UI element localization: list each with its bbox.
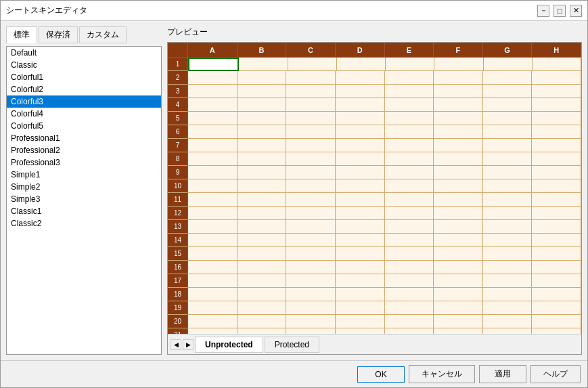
cell-1-6[interactable] (484, 58, 533, 71)
cancel-button[interactable]: キャンセル (409, 365, 475, 383)
cell-19-6[interactable] (483, 301, 533, 315)
cell-19-5[interactable] (434, 301, 483, 315)
cell-21-0[interactable] (188, 328, 238, 334)
cell-17-1[interactable] (238, 274, 287, 288)
cell-21-2[interactable] (286, 328, 336, 334)
nav-prev-button[interactable]: ◀ (171, 339, 181, 350)
cell-15-3[interactable] (336, 247, 385, 261)
cell-14-6[interactable] (483, 234, 533, 247)
cell-14-3[interactable] (336, 234, 385, 247)
cell-9-1[interactable] (238, 166, 287, 179)
cell-1-4[interactable] (386, 58, 434, 71)
cell-11-4[interactable] (385, 193, 434, 207)
cell-4-7[interactable] (532, 98, 581, 112)
list-item[interactable]: Professional2 (7, 144, 161, 156)
cell-1-7[interactable] (533, 58, 581, 71)
cell-6-1[interactable] (238, 125, 287, 139)
cell-14-4[interactable] (385, 234, 434, 247)
cell-10-5[interactable] (434, 179, 483, 193)
cell-10-6[interactable] (483, 179, 533, 193)
cell-12-1[interactable] (238, 207, 287, 220)
cell-7-3[interactable] (336, 139, 385, 152)
cell-1-5[interactable] (434, 58, 483, 71)
cell-13-1[interactable] (238, 220, 287, 234)
cell-9-3[interactable] (336, 166, 385, 179)
cell-6-0[interactable] (188, 125, 238, 139)
cell-20-3[interactable] (336, 315, 385, 328)
cell-9-0[interactable] (188, 166, 238, 179)
cell-9-5[interactable] (434, 166, 483, 179)
cell-15-7[interactable] (532, 247, 581, 261)
cell-9-4[interactable] (385, 166, 434, 179)
cell-17-4[interactable] (385, 274, 434, 288)
cell-21-4[interactable] (385, 328, 434, 334)
cell-10-1[interactable] (238, 179, 287, 193)
cell-1-2[interactable] (288, 58, 337, 71)
tab-2[interactable]: カスタム (79, 26, 127, 43)
cell-6-4[interactable] (385, 125, 434, 139)
cell-5-1[interactable] (238, 112, 287, 125)
cell-3-5[interactable] (434, 85, 483, 98)
cell-20-5[interactable] (434, 315, 483, 328)
cell-13-4[interactable] (385, 220, 434, 234)
cell-17-0[interactable] (188, 274, 238, 288)
cell-18-5[interactable] (434, 288, 483, 301)
cell-7-0[interactable] (188, 139, 238, 152)
cell-20-0[interactable] (188, 315, 238, 328)
cell-17-6[interactable] (483, 274, 533, 288)
list-item[interactable]: Colorful4 (7, 108, 161, 120)
cell-10-2[interactable] (286, 179, 336, 193)
cell-15-5[interactable] (434, 247, 483, 261)
cell-18-4[interactable] (385, 288, 434, 301)
cell-16-1[interactable] (238, 261, 287, 274)
cell-12-6[interactable] (483, 207, 533, 220)
cell-1-1[interactable] (239, 58, 288, 71)
cell-4-1[interactable] (238, 98, 287, 112)
cell-14-7[interactable] (532, 234, 581, 247)
list-item[interactable]: Colorful3 (7, 95, 161, 108)
cell-2-5[interactable] (434, 71, 483, 85)
cell-7-2[interactable] (286, 139, 336, 152)
cell-9-2[interactable] (286, 166, 336, 179)
cell-11-5[interactable] (434, 193, 483, 207)
cell-11-1[interactable] (238, 193, 287, 207)
cell-2-6[interactable] (483, 71, 533, 85)
cell-1-3[interactable] (337, 58, 386, 71)
cell-11-2[interactable] (286, 193, 336, 207)
cell-7-7[interactable] (532, 139, 581, 152)
skin-list[interactable]: DefaultClassicColorful1Colorful2Colorful… (6, 46, 162, 355)
cell-10-3[interactable] (336, 179, 385, 193)
cell-16-3[interactable] (336, 261, 385, 274)
cell-19-4[interactable] (385, 301, 434, 315)
cell-3-4[interactable] (385, 85, 434, 98)
cell-13-3[interactable] (336, 220, 385, 234)
cell-11-7[interactable] (532, 193, 581, 207)
cell-20-6[interactable] (483, 315, 533, 328)
cell-8-3[interactable] (336, 152, 385, 166)
cell-18-7[interactable] (532, 288, 581, 301)
cell-10-0[interactable] (188, 179, 238, 193)
cell-13-6[interactable] (483, 220, 533, 234)
cell-4-4[interactable] (385, 98, 434, 112)
cell-11-6[interactable] (483, 193, 533, 207)
close-button[interactable]: ✕ (570, 5, 582, 17)
cell-4-2[interactable] (286, 98, 336, 112)
cell-8-7[interactable] (532, 152, 581, 166)
cell-5-6[interactable] (483, 112, 533, 125)
cell-2-2[interactable] (286, 71, 336, 85)
cell-14-0[interactable] (188, 234, 238, 247)
tab-1[interactable]: 保存済 (39, 26, 78, 43)
cell-20-1[interactable] (238, 315, 287, 328)
cell-14-2[interactable] (286, 234, 336, 247)
cell-1-0[interactable] (188, 58, 239, 71)
cell-9-7[interactable] (532, 166, 581, 179)
sheet-tab-protected[interactable]: Protected (265, 337, 319, 353)
cell-19-3[interactable] (336, 301, 385, 315)
cell-19-7[interactable] (532, 301, 581, 315)
cell-20-2[interactable] (286, 315, 336, 328)
cell-21-3[interactable] (336, 328, 385, 334)
sheet-tab-unprotected[interactable]: Unprotected (195, 337, 263, 353)
cell-21-7[interactable] (532, 328, 581, 334)
cell-13-5[interactable] (434, 220, 483, 234)
apply-button[interactable]: 適用 (479, 365, 526, 383)
